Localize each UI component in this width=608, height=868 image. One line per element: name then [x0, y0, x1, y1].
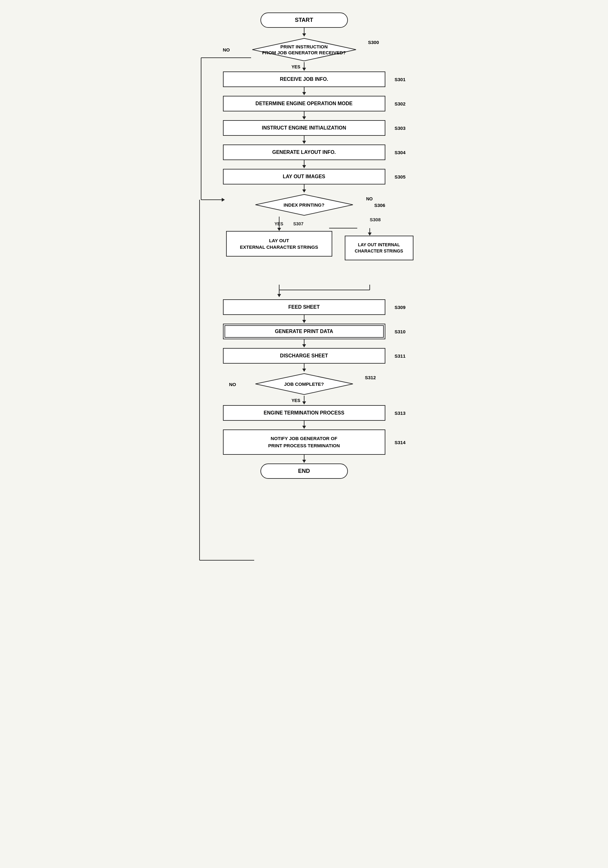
s309-row: FEED SHEET S309 [223, 299, 386, 315]
s300-text: PRINT INSTRUCTION FROM JOB GENERATOR REC… [262, 44, 346, 56]
s312-text: JOB COMPLETE? [284, 381, 324, 388]
s306-text: INDEX PRINTING? [283, 202, 325, 208]
arrow-s314 [301, 455, 307, 463]
s303-label: S303 [394, 126, 405, 131]
s312-row: NO JOB COMPLETE? S312 [254, 372, 354, 396]
s302-row: DETERMINE ENGINE OPERATION MODE S302 [223, 96, 386, 112]
s312-yes-label: YES [292, 398, 300, 403]
svg-marker-45 [222, 198, 225, 202]
svg-marker-8 [302, 116, 306, 119]
s310-row: GENERATE PRINT DATA S310 [223, 324, 386, 339]
s302-label: S302 [394, 101, 405, 107]
arrow-s300-yes [301, 62, 307, 71]
arrow-s312-yes [301, 396, 307, 405]
flowchart: START NO PRINT INSTRUCTION FROM JOB GENE… [182, 12, 426, 479]
s300-row: NO PRINT INSTRUCTION FROM JOB GENERATOR … [251, 37, 357, 62]
s303-arrow-area [223, 136, 386, 144]
arrow-s310 [301, 339, 307, 348]
svg-marker-19 [277, 228, 281, 231]
arrow-s304 [301, 160, 307, 169]
svg-marker-1 [302, 33, 306, 37]
arrow-s309 [301, 315, 307, 324]
arrow-s311 [301, 364, 307, 372]
s301-row: RECEIVE JOB INFO. S301 [223, 71, 386, 87]
s308-process: LAY OUT INTERNAL CHARACTER STRINGS [345, 236, 414, 260]
s303-process: INSTRUCT ENGINE INITIALIZATION [223, 120, 386, 136]
s311-label: S311 [394, 353, 405, 359]
s300-decision: PRINT INSTRUCTION FROM JOB GENERATOR REC… [251, 37, 357, 62]
s304-label: S304 [394, 150, 405, 155]
svg-marker-4 [302, 68, 306, 71]
s311-process: DISCHARGE SHEET [223, 348, 386, 364]
svg-marker-34 [302, 369, 306, 372]
svg-marker-23 [368, 232, 372, 236]
end-terminal: END [260, 463, 348, 479]
arrow-start [301, 28, 307, 37]
svg-marker-41 [302, 460, 306, 463]
s310-label: S310 [394, 329, 405, 334]
svg-marker-30 [302, 320, 306, 323]
s300-yes-label: YES [292, 64, 300, 69]
s306-row: INDEX PRINTING? NO S306 [254, 193, 354, 217]
svg-marker-12 [302, 165, 306, 168]
svg-marker-32 [302, 344, 306, 347]
s310-process: GENERATE PRINT DATA [223, 324, 386, 339]
end-label: END [260, 463, 348, 479]
s311-row: DISCHARGE SHEET S311 [223, 348, 386, 364]
s312-no-label: NO [229, 381, 236, 387]
s309-label: S309 [394, 305, 405, 310]
arrow-s303 [301, 136, 307, 144]
s301-process: RECEIVE JOB INFO. [223, 71, 386, 87]
svg-text:S307: S307 [293, 221, 303, 226]
svg-marker-39 [302, 426, 306, 429]
s307-process: LAY OUT EXTERNAL CHARACTER STRINGS [226, 231, 332, 257]
s301-label: S301 [394, 77, 405, 82]
arrow-s301 [301, 87, 307, 96]
s314-row: NOTIFY JOB GENERATOR OF PRINT PROCESS TE… [223, 429, 386, 455]
s305-label: S305 [394, 174, 405, 180]
s305-row: LAY OUT IMAGES S305 [223, 169, 386, 184]
s305-process: LAY OUT IMAGES [223, 169, 386, 184]
s307-box: LAY OUT EXTERNAL CHARACTER STRINGS [226, 231, 332, 257]
svg-marker-10 [302, 141, 306, 144]
s313-row: ENGINE TERMINATION PROCESS S313 [223, 405, 386, 421]
s312-decision: JOB COMPLETE? [254, 372, 354, 396]
s309-process: FEED SHEET [223, 299, 386, 315]
s300-no-label: NO [223, 47, 230, 53]
s314-process: NOTIFY JOB GENERATOR OF PRINT PROCESS TE… [223, 429, 386, 455]
svg-text:S308: S308 [370, 217, 381, 222]
svg-marker-6 [302, 92, 306, 95]
branch-section: YES S307 S308 LAY OUT [182, 217, 426, 299]
arrow-s302 [301, 112, 307, 120]
svg-marker-28 [277, 294, 281, 297]
svg-marker-14 [302, 189, 306, 192]
s300-yes-row: YES [301, 62, 307, 71]
s303-row: INSTRUCT ENGINE INITIALIZATION S303 [223, 120, 386, 136]
s300-step-label: S300 [368, 40, 379, 45]
s304-row: GENERATE LAYOUT INFO. S304 [223, 144, 386, 160]
s313-label: S313 [394, 411, 405, 416]
arrow-s313 [301, 421, 307, 429]
start-terminal: START [260, 12, 348, 28]
s304-process: GENERATE LAYOUT INFO. [223, 144, 386, 160]
s313-process: ENGINE TERMINATION PROCESS [223, 405, 386, 421]
arrow-s305 [301, 184, 307, 193]
s308-box: LAY OUT INTERNAL CHARACTER STRINGS [345, 236, 414, 260]
s302-process: DETERMINE ENGINE OPERATION MODE [223, 96, 386, 112]
s306-decision: INDEX PRINTING? [254, 193, 354, 217]
s314-label: S314 [394, 439, 405, 445]
start-label: START [260, 12, 348, 28]
svg-marker-37 [302, 401, 306, 405]
s306-step-label: S306 [374, 203, 385, 208]
s306-no-label: NO [366, 196, 373, 202]
s312-step-label: S312 [365, 375, 376, 380]
s312-yes-row: YES [301, 396, 307, 405]
